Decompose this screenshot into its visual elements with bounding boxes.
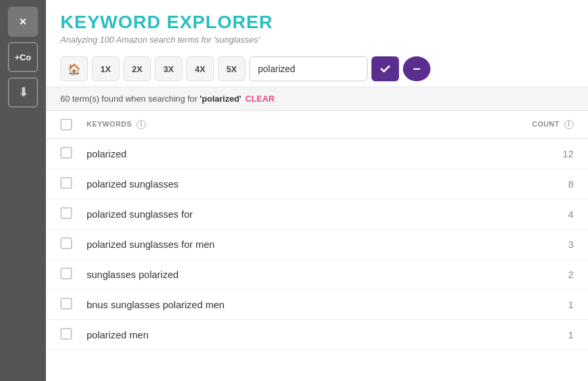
keyword-cell: polarized sunglasses bbox=[72, 169, 435, 199]
close-button[interactable]: × bbox=[8, 7, 38, 37]
keyword-cell: polarized sunglasses for bbox=[72, 199, 435, 230]
keyword-cell: polarized bbox=[72, 139, 435, 169]
home-button[interactable]: 🏠 bbox=[60, 56, 88, 81]
row-checkbox[interactable] bbox=[60, 328, 72, 340]
table-row: polarized sunglasses8 bbox=[46, 169, 588, 199]
toolbar: 🏠 1X 2X 3X 4X 5X − bbox=[46, 51, 588, 87]
row-checkbox[interactable] bbox=[60, 147, 72, 159]
page-title: KEYWORD EXPLORER bbox=[60, 12, 574, 33]
results-bar: 60 term(s) found when searching for 'pol… bbox=[46, 87, 588, 111]
table-container: KEYWORDS i COUNT i polarized12polarized … bbox=[46, 111, 588, 381]
row-checkbox[interactable] bbox=[60, 207, 72, 219]
minus-button[interactable]: − bbox=[403, 56, 430, 81]
search-input[interactable] bbox=[249, 56, 368, 81]
select-all-checkbox[interactable] bbox=[60, 119, 72, 130]
count-cell: 1 bbox=[435, 290, 588, 320]
main-content: KEYWORD EXPLORER Analyzing 100 Amazon se… bbox=[46, 0, 588, 381]
keyword-cell: bnus sunglasses polarized men bbox=[72, 290, 435, 320]
multiplier-2x-button[interactable]: 2X bbox=[123, 56, 151, 81]
count-header: COUNT i bbox=[435, 111, 588, 139]
checkmark-icon bbox=[379, 63, 391, 75]
table-row: bnus sunglasses polarized men1 bbox=[46, 290, 588, 320]
clear-button[interactable]: CLEAR bbox=[245, 94, 275, 104]
header: KEYWORD EXPLORER Analyzing 100 Amazon se… bbox=[46, 0, 588, 51]
table-header-row: KEYWORDS i COUNT i bbox=[46, 111, 588, 139]
confirm-button[interactable] bbox=[371, 56, 399, 81]
table-row: polarized sunglasses for men3 bbox=[46, 230, 588, 260]
count-cell: 12 bbox=[435, 139, 588, 169]
count-cell: 3 bbox=[435, 230, 588, 260]
table-row: polarized men1 bbox=[46, 320, 588, 350]
row-checkbox[interactable] bbox=[60, 268, 72, 279]
count-header-label: COUNT bbox=[532, 120, 560, 128]
count-cell: 8 bbox=[435, 169, 588, 199]
page-subtitle: Analyzing 100 Amazon search terms for 's… bbox=[60, 35, 574, 45]
multiplier-4x-button[interactable]: 4X bbox=[186, 56, 214, 81]
keyword-cell: polarized men bbox=[72, 320, 435, 350]
download-button[interactable]: ⬇ bbox=[8, 77, 38, 108]
minus-icon: − bbox=[413, 62, 421, 75]
count-cell: 1 bbox=[435, 320, 588, 350]
results-term: 'polarized' bbox=[200, 94, 241, 104]
count-cell: 2 bbox=[435, 260, 588, 290]
keywords-header-label: KEYWORDS bbox=[87, 120, 132, 128]
multiplier-5x-button[interactable]: 5X bbox=[218, 56, 245, 81]
keyword-cell: polarized sunglasses for men bbox=[72, 230, 435, 260]
keyword-cell: sunglasses polarized bbox=[72, 260, 435, 290]
table-row: polarized12 bbox=[46, 139, 588, 169]
results-prefix: 60 term(s) found when searching for bbox=[60, 94, 200, 104]
table-row: sunglasses polarized2 bbox=[46, 260, 588, 290]
count-cell: 4 bbox=[435, 199, 588, 230]
add-collection-button[interactable]: +Co bbox=[8, 42, 38, 72]
count-info-icon[interactable]: i bbox=[564, 120, 574, 129]
keywords-header: KEYWORDS i bbox=[72, 111, 435, 139]
home-icon: 🏠 bbox=[68, 63, 81, 75]
keywords-table: KEYWORDS i COUNT i polarized12polarized … bbox=[46, 111, 588, 350]
row-checkbox[interactable] bbox=[60, 177, 72, 189]
multiplier-3x-button[interactable]: 3X bbox=[155, 56, 182, 81]
table-row: polarized sunglasses for4 bbox=[46, 199, 588, 230]
multiplier-1x-button[interactable]: 1X bbox=[92, 56, 119, 81]
table-body: polarized12polarized sunglasses8polarize… bbox=[46, 139, 588, 350]
row-checkbox[interactable] bbox=[60, 237, 72, 249]
row-checkbox[interactable] bbox=[60, 298, 72, 310]
keywords-info-icon[interactable]: i bbox=[136, 120, 146, 129]
sidebar: × +Co ⬇ bbox=[0, 0, 46, 381]
